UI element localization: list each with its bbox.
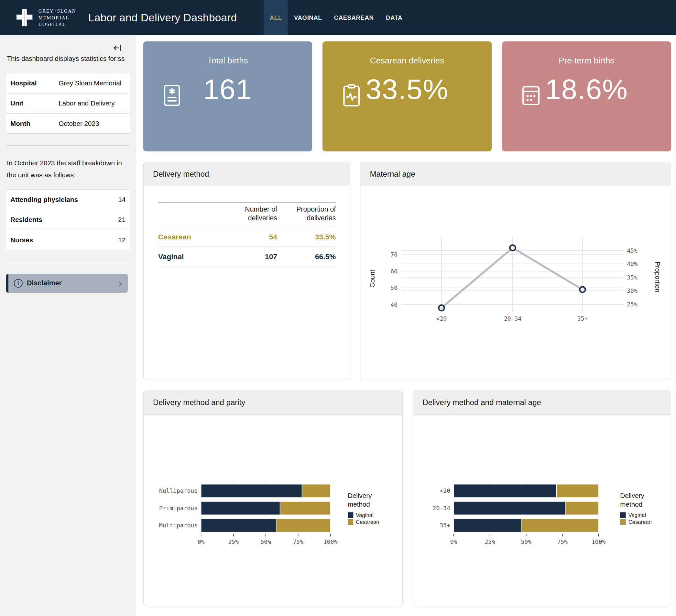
maternal-age-card: Maternal age 4050607025%30%35%40%45%<202… <box>360 162 671 380</box>
value-box-row: Total births 161 Cesarean deliveries <box>143 41 671 152</box>
svg-text:Nulliparous: Nulliparous <box>159 488 198 494</box>
sidebar-intro-text: This dashboard displays statistics for:s… <box>7 53 129 64</box>
card-title: Delivery method <box>144 162 350 186</box>
svg-text:Vaginal: Vaginal <box>628 512 646 518</box>
svg-text:Proportion: Proportion <box>654 262 662 292</box>
column-header: Number of deliveries <box>223 202 277 227</box>
svg-text:0%: 0% <box>197 538 205 545</box>
svg-text:35+: 35+ <box>577 315 588 322</box>
maternal-age-line-chart: 4050607025%30%35%40%45%<2020-3435+CountP… <box>360 186 671 380</box>
delivery-method-card: Delivery method Number of deliveries Pro… <box>143 162 350 380</box>
tab-all[interactable]: ALL <box>264 0 288 35</box>
tab-vaginal[interactable]: VAGINAL <box>288 0 328 35</box>
disclaimer-label: Disclaimer <box>27 279 62 287</box>
row-label: Cesarean <box>158 227 223 247</box>
main-nav: ALL VAGINAL CAESAREAN DATA <box>264 0 408 35</box>
main-content: Total births 161 Cesarean deliveries <box>137 35 676 616</box>
age-method-card: Delivery method and maternal age 0%25%50… <box>413 391 671 606</box>
svg-text:Cesarean: Cesarean <box>356 519 379 525</box>
card-title: Maternal age <box>360 162 671 186</box>
svg-text:35%: 35% <box>627 274 638 280</box>
svg-text:25%: 25% <box>485 538 495 545</box>
value-box-preterm: Pre-term births 18.6% <box>502 41 671 152</box>
sidebar: This dashboard displays statistics for:s… <box>0 35 136 616</box>
dashboard-page: GREY+SLOAN MEMORIAL HOSPITAL Labor and D… <box>0 0 676 616</box>
tab-caesarean[interactable]: CAESAREAN <box>328 0 380 35</box>
disclaimer-accordion[interactable]: i Disclaimer › <box>6 274 128 293</box>
svg-text:method: method <box>348 501 370 508</box>
info-value: Labor and Delivery <box>54 93 130 113</box>
info-value: Grey Sloan Memorial <box>54 73 130 93</box>
delivery-method-table-body: Number of deliveries Proportion of deliv… <box>144 202 350 380</box>
row-count: 107 <box>223 247 277 267</box>
row-proportion: 66.5% <box>277 247 336 267</box>
value-box-title: Total births <box>143 56 313 66</box>
parity-stacked-bar-chart: 0%25%50%75%100%NulliparousPrimiparousMul… <box>144 415 403 606</box>
empty-header-cell <box>158 202 223 227</box>
svg-text:50: 50 <box>391 284 398 291</box>
info-label: Hospital <box>6 73 54 93</box>
svg-text:20-34: 20-34 <box>504 315 521 322</box>
card-title: Delivery method and parity <box>144 391 403 415</box>
staff-label: Nurses <box>6 230 108 250</box>
value-box-total-births: Total births 161 <box>143 41 313 152</box>
table-row: Nurses 12 <box>6 230 130 250</box>
svg-text:Multiparous: Multiparous <box>159 522 198 529</box>
table-row: Month October 2023 <box>6 114 130 133</box>
svg-text:25%: 25% <box>228 538 239 545</box>
svg-text:75%: 75% <box>557 538 568 545</box>
delivery-method-table: Number of deliveries Proportion of deliv… <box>158 202 336 267</box>
svg-text:method: method <box>620 501 642 508</box>
svg-text:45%: 45% <box>627 247 638 254</box>
value-box-value: 18.6% <box>502 73 671 106</box>
row-proportion: 33.5% <box>277 227 336 247</box>
table-row: Cesarean 54 33.5% <box>158 227 336 247</box>
svg-text:20-34: 20-34 <box>433 505 450 511</box>
hospital-info-table: Hospital Grey Sloan Memorial Unit Labor … <box>6 73 130 133</box>
tab-data[interactable]: DATA <box>380 0 408 35</box>
value-box-value: 33.5% <box>323 73 492 106</box>
row-count: 54 <box>223 227 277 247</box>
value-box-title: Pre-term births <box>502 56 671 66</box>
staff-value: 12 <box>108 230 130 250</box>
sidebar-collapse-icon[interactable] <box>113 44 121 53</box>
value-box-value: 161 <box>143 73 313 106</box>
svg-text:30%: 30% <box>627 287 638 294</box>
staff-value: 21 <box>108 210 130 230</box>
svg-text:Vaginal: Vaginal <box>356 512 373 518</box>
hospital-cross-icon <box>15 8 34 27</box>
info-value: October 2023 <box>54 114 130 133</box>
hospital-name: GREY+SLOAN MEMORIAL HOSPITAL <box>39 8 76 27</box>
svg-text:50%: 50% <box>260 538 271 545</box>
chevron-right-icon: › <box>119 278 122 288</box>
svg-text:0%: 0% <box>450 538 457 545</box>
value-box-title: Cesarean deliveries <box>323 56 492 66</box>
svg-text:Cesarean: Cesarean <box>628 519 652 525</box>
card-row-bottom: Delivery method and parity 0%25%50%75%10… <box>143 391 671 606</box>
staff-table: Attending physicians 14 Residents 21 Nur… <box>6 189 130 250</box>
svg-text:<20: <20 <box>440 488 450 494</box>
card-title: Delivery method and maternal age <box>413 391 671 415</box>
svg-text:Delivery: Delivery <box>620 492 644 500</box>
staff-label: Residents <box>6 210 108 230</box>
svg-text:100%: 100% <box>592 538 606 545</box>
svg-text:35+: 35+ <box>440 522 450 529</box>
svg-text:100%: 100% <box>324 538 337 545</box>
svg-text:60: 60 <box>391 268 398 275</box>
svg-text:Count: Count <box>369 270 376 287</box>
row-label: Vaginal <box>158 247 223 267</box>
card-row-middle: Delivery method Number of deliveries Pro… <box>143 162 671 380</box>
table-row: Attending physicians 14 <box>6 189 130 210</box>
value-box-cesarean: Cesarean deliveries 33.5% <box>323 41 492 152</box>
info-label: Month <box>6 114 54 133</box>
page-title: Labor and Delivery Dashboard <box>88 12 237 24</box>
top-navbar: GREY+SLOAN MEMORIAL HOSPITAL Labor and D… <box>0 0 676 35</box>
hospital-logo[interactable]: GREY+SLOAN MEMORIAL HOSPITAL <box>15 8 76 27</box>
svg-text:25%: 25% <box>627 300 638 307</box>
parity-card: Delivery method and parity 0%25%50%75%10… <box>143 391 403 606</box>
staff-label: Attending physicians <box>6 189 108 210</box>
staff-value: 14 <box>108 189 130 210</box>
svg-text:70: 70 <box>391 251 398 258</box>
svg-text:40%: 40% <box>627 261 638 267</box>
svg-text:75%: 75% <box>293 538 303 545</box>
